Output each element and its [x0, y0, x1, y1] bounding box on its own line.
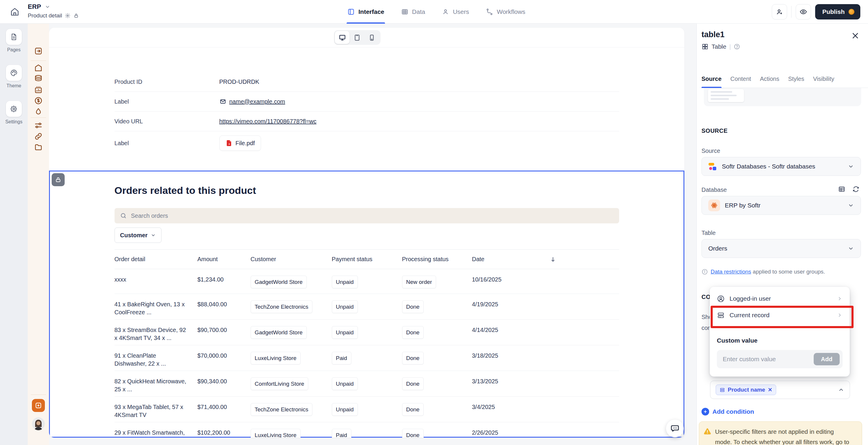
locked-block-badge[interactable]: [52, 173, 65, 186]
sidebar-item-settings[interactable]: Settings: [0, 101, 28, 125]
database-select[interactable]: ERP by Softr: [702, 196, 861, 215]
tab-workflows[interactable]: Workflows: [486, 0, 525, 24]
chevron-up-icon[interactable]: [838, 387, 844, 393]
table-row[interactable]: xxxx$1,234.00GadgetWorld StoreUnpaidNew …: [115, 269, 619, 294]
user-avatar[interactable]: [32, 417, 45, 430]
field-label: Label: [115, 98, 219, 105]
column-header[interactable]: Date: [472, 255, 547, 263]
column-header[interactable]: Payment status: [332, 255, 402, 263]
processing-status-cell: Done: [402, 300, 472, 313]
product-name-filter-chip[interactable]: Product name ✕: [716, 384, 776, 395]
date-cell: 3/13/2025: [472, 377, 547, 385]
add-custom-value-button[interactable]: Add: [814, 353, 840, 365]
table-select-value: Orders: [708, 245, 727, 252]
customer-cell-chip: TechZone Electronics: [251, 403, 313, 416]
column-header[interactable]: Amount: [197, 255, 251, 263]
logged-in-user-icon: [717, 295, 725, 303]
selected-table-block[interactable]: Orders related to this product Customer …: [49, 170, 684, 438]
tab-data[interactable]: Data: [401, 0, 425, 24]
database-block-icon[interactable]: [34, 74, 43, 83]
customer-cell: ComfortLiving Store: [251, 377, 332, 390]
payment-status-cell: Unpaid: [332, 300, 402, 313]
panel-tab-source[interactable]: Source: [702, 70, 721, 88]
sliders-icon[interactable]: [34, 121, 43, 130]
processing-status-cell-chip: Done: [402, 300, 424, 313]
tab-interface[interactable]: Interface: [347, 0, 384, 24]
menu-item-logged-in-user[interactable]: Logged-in user: [710, 290, 850, 307]
amount-cell: $90,700.00: [197, 326, 251, 334]
support-chat-button[interactable]: [666, 420, 684, 437]
table-row[interactable]: 91 x CleanPlate Dishwasher, 22 x ...$70,…: [115, 345, 619, 371]
device-switcher: [334, 30, 380, 45]
inventory-block-icon[interactable]: [34, 85, 43, 94]
table-row[interactable]: 41 x BakeRight Oven, 13 x CoolFreeze ...…: [115, 294, 619, 320]
data-restrictions-link[interactable]: Data restrictions: [711, 268, 751, 275]
file-attachment-button[interactable]: File.pdf: [219, 135, 261, 151]
date-cell: 4/19/2025: [472, 300, 547, 308]
amount-cell: $71,400.00: [197, 403, 251, 411]
customer-cell-chip: TechZone Electronics: [251, 300, 313, 313]
panel-tab-actions[interactable]: Actions: [760, 70, 779, 88]
help-icon[interactable]: [734, 43, 740, 50]
table-row[interactable]: 82 x QuickHeat Microwave, 25 x ...$90,34…: [115, 371, 619, 396]
droplet-block-icon[interactable]: [34, 107, 43, 116]
panel-tabs: SourceContentActionsStylesVisibility: [702, 70, 868, 88]
table-row[interactable]: 29 x FitWatch Smartwatch, 92 x ...$102,2…: [115, 422, 619, 438]
panel-tab-styles[interactable]: Styles: [788, 70, 804, 88]
home-block-icon[interactable]: [34, 63, 43, 72]
link-icon[interactable]: [34, 132, 43, 141]
file-name: File.pdf: [236, 140, 255, 147]
sort-descending-icon[interactable]: [549, 256, 557, 263]
customer-cell-chip: GadgetWorld Store: [251, 276, 307, 288]
condition-value-select[interactable]: Product name ✕: [710, 381, 850, 399]
tab-users[interactable]: Users: [442, 0, 469, 24]
gear-icon[interactable]: [65, 13, 70, 19]
sidebar-item-theme[interactable]: Theme: [0, 65, 28, 89]
lock-icon[interactable]: [73, 13, 79, 19]
order-detail-cell: 93 x MegaTab Tablet, 57 x 4KSmart TV: [115, 403, 197, 419]
table-row[interactable]: 93 x MegaTab Tablet, 57 x 4KSmart TV$71,…: [115, 396, 619, 422]
folder-icon[interactable]: [34, 143, 43, 152]
remove-chip-icon[interactable]: ✕: [768, 387, 772, 393]
mobile-view-button[interactable]: [364, 31, 379, 44]
table-select[interactable]: Orders: [702, 239, 861, 258]
users-icon: [442, 8, 450, 15]
menu-item-current-record[interactable]: Current record: [710, 307, 850, 323]
type-divider: |: [729, 43, 731, 50]
refresh-icon[interactable]: [852, 185, 860, 193]
column-header[interactable]: Order detail: [115, 255, 197, 263]
block-type-label: Table: [712, 43, 726, 50]
chevron-down-icon[interactable]: [44, 4, 51, 10]
finance-block-icon[interactable]: [34, 96, 43, 105]
sidebar-item-pages[interactable]: Pages: [0, 29, 28, 53]
panel-tab-visibility[interactable]: Visibility: [813, 70, 834, 88]
panel-tab-content[interactable]: Content: [731, 70, 751, 88]
signin-block-icon[interactable]: [34, 46, 43, 56]
orders-search-input[interactable]: [131, 213, 614, 219]
column-header[interactable]: Processing status: [402, 255, 472, 263]
close-icon[interactable]: [850, 31, 860, 41]
email-link[interactable]: name@example.com: [229, 98, 285, 105]
add-block-button[interactable]: [32, 399, 45, 412]
table-row[interactable]: 83 x StreamBox Device, 92 x 4KSmart TV, …: [115, 320, 619, 345]
source-select[interactable]: Softr Databases - Softr databases: [702, 157, 861, 176]
orders-search-bar[interactable]: [115, 208, 619, 223]
page-blocks-strip: [28, 24, 49, 445]
block-type-preview-card[interactable]: [704, 88, 861, 106]
order-detail-cell: 41 x BakeRight Oven, 13 x CoolFreeze ...: [115, 300, 197, 316]
home-button[interactable]: [6, 4, 23, 20]
source-select-value: Softr Databases - Softr databases: [722, 163, 815, 170]
open-database-table-icon[interactable]: [838, 185, 845, 193]
publish-button[interactable]: Publish: [815, 4, 860, 20]
invite-user-button[interactable]: [772, 4, 787, 20]
customer-cell-chip: LuxeLiving Store: [251, 429, 301, 438]
customer-filter-button[interactable]: Customer: [115, 227, 161, 243]
add-condition-button[interactable]: Add condition: [702, 408, 754, 415]
preview-button[interactable]: [796, 4, 811, 20]
tablet-view-button[interactable]: [349, 31, 364, 44]
column-header[interactable]: Customer: [251, 255, 332, 263]
desktop-view-button[interactable]: [335, 31, 349, 44]
order-detail-cell: 82 x QuickHeat Microwave, 25 x ...: [115, 377, 197, 393]
video-url-link[interactable]: https://vimeo.com/1170086778?fl=wc: [219, 118, 316, 125]
custom-value-input[interactable]: [723, 356, 814, 363]
